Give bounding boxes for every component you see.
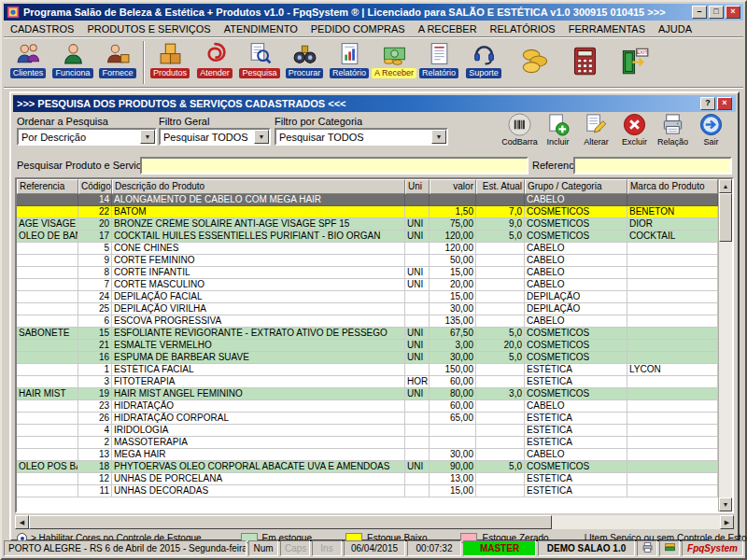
toolbar-funciona-button[interactable]: Funciona — [50, 39, 95, 86]
table-row[interactable]: 1ESTÉTICA FACIAL150,00ESTÉTICALYCON — [17, 364, 718, 376]
scroll-down-icon[interactable]: ▼ — [719, 497, 732, 511]
scroll-up-icon[interactable]: ▲ — [719, 179, 732, 193]
menu-a-receber[interactable]: A RECEBER — [412, 22, 484, 35]
cell: UNHAS DECORADAS — [112, 485, 405, 497]
help-button[interactable]: ? — [700, 97, 715, 110]
table-row[interactable]: 25DEPILAÇÃO VIRILHA30,00DEPILAÇÃO — [17, 303, 718, 315]
employee-icon — [61, 41, 86, 66]
table-row[interactable]: OLEO POS BANHO18PHYTOERVAS OLEO CORPORAL… — [17, 461, 718, 473]
chevron-down-icon[interactable]: ▼ — [431, 130, 446, 144]
menu-pedido-compras[interactable]: PEDIDO COMPRAS — [304, 22, 412, 35]
toolbar-label: Atender — [197, 68, 233, 78]
cell: BATOM — [112, 206, 405, 218]
toolbar-exit-button[interactable]: EXIT — [613, 39, 655, 86]
column-header-referencia[interactable]: Referencia — [17, 179, 78, 194]
horizontal-scrollbar[interactable]: ◀ ▶ — [15, 515, 734, 529]
table-row[interactable]: 4IRIDOLOGIAESTÉTICA — [17, 425, 718, 437]
toolbar-coins-button[interactable] — [514, 39, 556, 86]
cell: 60,00 — [430, 400, 476, 413]
table-row[interactable]: HAIR MIST19HAIR MIST ANGEL FEMININOUNI80… — [17, 388, 718, 400]
toolbar-relatorio-button[interactable]: Relatório — [416, 39, 461, 86]
toolbar-fornece-button[interactable]: Fornece — [95, 39, 140, 86]
table-row[interactable]: 6ESCOVA PROGRESSIVA135,00CABELO — [17, 315, 718, 328]
table-row[interactable]: 7CORTE MASCULINOUNI20,00CABELO — [17, 279, 718, 291]
cell: 5 — [78, 243, 112, 255]
action-sair-button[interactable]: Sair — [694, 112, 728, 159]
filter-select-ordenar-a-pesquisa[interactable]: Por Descrição▼ — [17, 128, 157, 146]
table-row[interactable]: 24DEPILAÇÃO FACIAL15,00DEPILAÇÃO — [17, 291, 718, 303]
toolbar-pesquisa-button[interactable]: Pesquisa — [237, 39, 282, 86]
table-row[interactable]: 26HIDRATAÇÃO CORPORAL65,00ESTÉTICA — [17, 413, 718, 425]
action-alterar-button[interactable]: Alterar — [579, 112, 613, 159]
child-close-button[interactable]: × — [717, 97, 732, 110]
table-row[interactable]: 22BATOM1,507,0COSMETICOSBENETON — [17, 206, 718, 218]
filter-select-filtro-geral[interactable]: Pesquisar TODOS▼ — [159, 128, 271, 146]
cell: HIDRATAÇÃO — [112, 400, 405, 413]
table-row[interactable]: 21ESMALTE VERMELHOUNI3,0020,0COSMETICOS — [17, 340, 718, 352]
product-search-input[interactable] — [140, 157, 529, 175]
cell — [405, 449, 430, 461]
action-incluir-button[interactable]: Incluir — [541, 112, 575, 159]
table-row[interactable]: 9CORTE FEMININO50,00CABELO — [17, 255, 718, 267]
vertical-scroll-thumb[interactable] — [719, 193, 732, 242]
table-row[interactable]: 13MEGA HAIR30,00CABELO — [17, 449, 718, 461]
table-row[interactable]: AGE VISAGE SPF 1520BRONZE CRÈME SOLAIRE … — [17, 218, 718, 231]
toolbar-suporte-button[interactable]: Suporte — [461, 39, 506, 86]
table-row[interactable]: 14ALONGAMENTO DE CABELO COM MEGA HAIRCAB… — [17, 194, 718, 206]
table-row[interactable]: 2MASSOTERAPIAESTÉTICA — [17, 437, 718, 449]
reference-input[interactable] — [573, 157, 732, 175]
action-codbarra-button[interactable]: CodBarra — [502, 112, 537, 159]
column-header-descricao-do-produto[interactable]: Descrição do Produto — [112, 179, 405, 194]
scroll-left-icon[interactable]: ◀ — [15, 515, 29, 529]
chevron-down-icon[interactable]: ▼ — [140, 130, 155, 144]
table-row[interactable]: 3FITOTERAPIAHOR60,00ESTÉTICA — [17, 376, 718, 388]
status-insert: Ins — [312, 540, 342, 556]
table-row[interactable]: 5CONE CHINES120,00CABELO — [17, 243, 718, 255]
cell — [627, 352, 718, 364]
table-row[interactable]: 11UNHAS DECORADAS15,00ESTÉTICA — [17, 485, 718, 497]
table-row[interactable]: SABONETE15ESFOLIANTE REVIGORANTE - EXTRA… — [17, 328, 718, 340]
search-doc-icon — [247, 41, 273, 66]
toolbar-calculator-button[interactable] — [564, 39, 605, 86]
table-row[interactable]: 23HIDRATAÇÃO60,00CABELO — [17, 400, 718, 413]
action-relacao-button[interactable]: Relação — [655, 112, 690, 159]
column-header-codigo[interactable]: Código — [78, 179, 112, 194]
scroll-right-icon[interactable]: ▶ — [720, 515, 734, 529]
cell: 16 — [78, 352, 112, 364]
table-row[interactable]: 12UNHAS DE PORCELANA13,00ESTÉTICA — [17, 473, 718, 485]
table-row[interactable]: 16ESPUMA DE BARBEAR SUAVEUNI30,005,0COSM… — [17, 352, 718, 364]
column-header-marca-do-produto[interactable]: Marca do Produto — [627, 179, 718, 194]
vertical-scrollbar[interactable]: ▲ ▼ — [718, 179, 732, 511]
toolbar-atender-button[interactable]: Atender — [192, 39, 237, 86]
cell: COSMETICOS — [525, 461, 627, 473]
cell — [476, 243, 525, 255]
minimize-button[interactable]: – — [692, 6, 707, 19]
chevron-down-icon[interactable]: ▼ — [254, 130, 269, 144]
column-header-valor[interactable]: valor — [430, 179, 476, 194]
menu-produtos-e-servicos[interactable]: PRODUTOS E SERVIÇOS — [80, 22, 217, 35]
menu-cadastros[interactable]: CADASTROS — [4, 22, 80, 35]
table-row[interactable]: 8CORTE INFANTILUNI15,00CABELO — [17, 267, 718, 279]
table-row[interactable]: OLEO DE BANHO17COCKTAIL HUILES ESSENTIEL… — [17, 231, 718, 243]
horizontal-scroll-track[interactable] — [552, 515, 720, 529]
toolbar-procurar-button[interactable]: Procurar — [282, 39, 327, 86]
filter-select-filtro-por-categoria[interactable]: Pesquisar TODOS▼ — [275, 128, 448, 146]
action-excluir-button[interactable]: Excluir — [617, 112, 652, 159]
menu-ferramentas[interactable]: FERRAMENTAS — [562, 22, 652, 35]
vertical-scroll-track[interactable] — [719, 242, 732, 497]
column-header-est-atual[interactable]: Est. Atual — [476, 179, 525, 194]
toolbar-a-receber-button[interactable]: A Receber — [372, 39, 416, 86]
toolbar-clientes-button[interactable]: Clientes — [6, 39, 50, 86]
menu-relatorios[interactable]: RELATÓRIOS — [484, 22, 562, 35]
column-header-uni[interactable]: Uni — [405, 179, 430, 194]
maximize-button[interactable]: □ — [709, 6, 724, 19]
toolbar-relatorio-button[interactable]: Relatório — [327, 39, 372, 86]
column-header-grupo-categoria[interactable]: Grupo / Categoria — [525, 179, 627, 194]
menu-ajuda[interactable]: AJUDA — [652, 22, 698, 35]
menu-atendimento[interactable]: ATENDIMENTO — [218, 22, 304, 35]
cell — [405, 400, 430, 413]
horizontal-scroll-thumb[interactable] — [29, 515, 552, 529]
cell — [627, 449, 718, 461]
close-button[interactable]: × — [726, 6, 740, 19]
toolbar-produtos-button[interactable]: Produtos — [148, 39, 192, 86]
